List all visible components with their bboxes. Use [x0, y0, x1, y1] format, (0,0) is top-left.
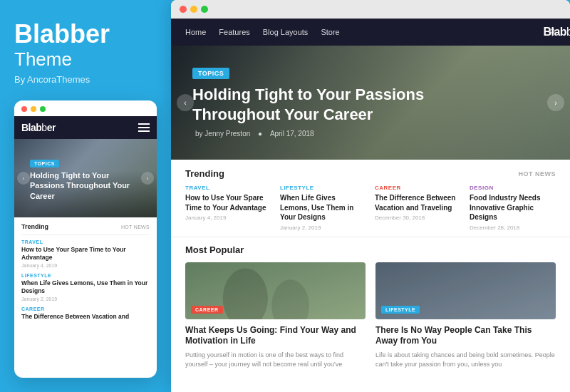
trending-item-title[interactable]: How to Use Your Spare Time to Your Advan…	[185, 193, 271, 212]
desktop-nav: Home Features Blabber Blog Layouts Store…	[171, 19, 570, 46]
popular-card-title[interactable]: What Keeps Us Going: Find Your Way and M…	[185, 325, 366, 347]
mobile-mockup: Blabber ‹ TOPICS Holding Tight to Your P…	[14, 100, 157, 378]
desktop-hero: ‹ TOPICS Holding Tight to Your Passions …	[171, 46, 570, 160]
mobile-next-arrow[interactable]: ›	[141, 172, 154, 185]
hamburger-menu[interactable]	[138, 123, 150, 132]
popular-card: LIFESTYLE There Is No Way People Can Tak…	[375, 262, 556, 370]
mobile-article-date: January 4, 2019	[21, 263, 150, 268]
left-panel: Blabber Theme By AncoraThemes Blabber ‹ …	[0, 0, 171, 392]
trending-title: Trending	[185, 168, 224, 179]
hamburger-line	[138, 130, 150, 132]
mobile-prev-arrow[interactable]: ‹	[17, 172, 30, 185]
mobile-article-date: January 2, 2019	[21, 296, 150, 301]
popular-card-title[interactable]: There Is No Way People Can Take This Awa…	[375, 325, 556, 347]
hero-next-arrow[interactable]: ›	[547, 94, 564, 111]
trending-item-date: December 28, 2018	[470, 225, 556, 231]
popular-grid: CAREER What Keeps Us Going: Find Your Wa…	[185, 262, 556, 370]
mobile-article-cat: CAREER	[21, 306, 150, 311]
trending-item-date: January 2, 2019	[280, 225, 366, 231]
mobile-article-title[interactable]: When Life Gives Lemons, Use Them in Your…	[21, 279, 150, 295]
mobile-hot-news-label: HOT NEWS	[121, 225, 150, 229]
trending-item: LIFESTYLE When Life Gives Lemons, Use Th…	[280, 185, 366, 231]
browser-dot-yellow	[190, 6, 197, 13]
popular-card-text: Putting yourself in motion is one of the…	[185, 351, 366, 370]
mobile-topic-badge: TOPICS	[30, 160, 59, 167]
trending-item: CAREER The Difference Between Vacation a…	[375, 185, 461, 231]
browser-dot-red	[180, 6, 187, 13]
desktop-topic-badge: TOPICS	[192, 68, 229, 79]
trending-item-title[interactable]: When Life Gives Lemons, Use Them in Your…	[280, 193, 366, 222]
mobile-article: CAREER The Difference Between Vacation a…	[21, 306, 150, 321]
mobile-article: LIFESTYLE When Life Gives Lemons, Use Th…	[21, 273, 150, 301]
brand-name: Blabber	[14, 21, 157, 47]
mobile-article-cat: TRAVEL	[21, 239, 150, 244]
trending-grid: TRAVEL How to Use Your Spare Time to You…	[185, 185, 556, 231]
popular-title: Most Popular	[185, 244, 556, 255]
dot-red	[21, 106, 27, 112]
popular-section: Most Popular	[171, 237, 570, 377]
browser-dot-green	[201, 6, 208, 13]
trending-item-cat: TRAVEL	[185, 185, 271, 191]
hamburger-line	[138, 127, 150, 128]
trending-item-cat: DESIGN	[470, 185, 556, 191]
popular-card-image[interactable]: CAREER	[185, 262, 366, 319]
mobile-trending-row: Trending HOT NEWS	[21, 223, 150, 230]
nav-store[interactable]: Store	[321, 28, 339, 36]
trending-item-date: January 4, 2019	[185, 215, 271, 221]
nav-home[interactable]: Home	[185, 28, 206, 36]
nav-blog-layouts[interactable]: Blog Layouts	[263, 28, 309, 36]
mobile-nav: Blabber	[14, 116, 157, 139]
desktop-logo: Blabber	[543, 26, 570, 38]
desktop-hero-meta: by Jenny Preston ● April 17, 2018	[192, 130, 549, 138]
mobile-hero-title: Holding Tight to Your Passions Throughou…	[30, 170, 141, 201]
trending-header: Trending HOT NEWS	[185, 168, 556, 179]
mobile-top-bar	[14, 100, 157, 116]
mobile-divider	[21, 234, 150, 235]
mobile-article-title[interactable]: How to Use Your Spare Time to Your Advan…	[21, 246, 150, 262]
card-badge: CAREER	[191, 306, 223, 314]
trending-item-date: December 30, 2018	[375, 215, 461, 221]
card-badge: LIFESTYLE	[381, 306, 420, 314]
hot-news-label: HOT NEWS	[519, 170, 556, 177]
trending-item-cat: CAREER	[375, 185, 461, 191]
right-panel: Home Features Blabber Blog Layouts Store…	[171, 0, 570, 392]
desktop-content: Trending HOT NEWS TRAVEL How to Use Your…	[171, 160, 570, 392]
mobile-hero: ‹ TOPICS Holding Tight to Your Passions …	[14, 139, 157, 217]
mobile-trending-label: Trending	[21, 223, 48, 230]
trending-item-title[interactable]: Food Industry Needs Innovative Graphic D…	[470, 193, 556, 222]
hamburger-line	[138, 123, 150, 125]
trending-item-cat: LIFESTYLE	[280, 185, 366, 191]
desktop-hero-content: TOPICS Holding Tight to Your Passions Th…	[171, 46, 570, 160]
hero-prev-arrow[interactable]: ‹	[177, 94, 194, 111]
brand-by: By AncoraThemes	[14, 74, 157, 85]
mobile-logo: Blabber	[21, 122, 56, 133]
mobile-hero-content: TOPICS Holding Tight to Your Passions Th…	[14, 150, 157, 207]
trending-section: Trending HOT NEWS TRAVEL How to Use Your…	[171, 160, 570, 237]
mobile-content: Trending HOT NEWS TRAVEL How to Use Your…	[14, 217, 157, 331]
popular-card-image[interactable]: LIFESTYLE	[375, 262, 556, 319]
mobile-article-cat: LIFESTYLE	[21, 273, 150, 278]
hero-date: April 17, 2018	[270, 130, 314, 138]
hero-author: by Jenny Preston	[195, 130, 250, 138]
brand-subtitle: Theme	[14, 50, 157, 68]
mobile-article: TRAVEL How to Use Your Spare Time to You…	[21, 239, 150, 268]
nav-features[interactable]: Features	[219, 28, 249, 36]
trending-item: TRAVEL How to Use Your Spare Time to You…	[185, 185, 271, 231]
desktop-nav-links: Home Features Blabber Blog Layouts Store	[185, 28, 549, 36]
dot-yellow	[31, 106, 36, 112]
desktop-hero-title: Holding Tight to Your Passions Throughou…	[192, 85, 449, 124]
popular-card-text: Life is about taking chances and being b…	[375, 351, 556, 370]
browser-bar	[171, 0, 570, 19]
trending-item: DESIGN Food Industry Needs Innovative Gr…	[470, 185, 556, 231]
popular-card: CAREER What Keeps Us Going: Find Your Wa…	[185, 262, 366, 370]
trending-item-title[interactable]: The Difference Between Vacation and Trav…	[375, 193, 461, 212]
mobile-article-title[interactable]: The Difference Between Vacation and	[21, 313, 150, 321]
dot-green	[40, 106, 46, 112]
